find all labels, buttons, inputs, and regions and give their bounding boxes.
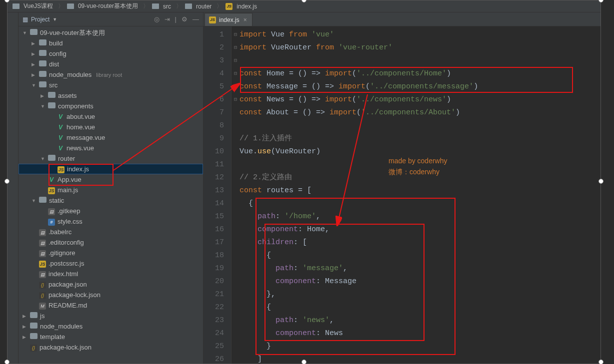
expand-arrow-icon[interactable] bbox=[32, 41, 36, 46]
line-number[interactable]: 18 bbox=[204, 249, 224, 262]
breadcrumb-item[interactable]: src bbox=[150, 3, 175, 10]
expand-arrow-icon[interactable] bbox=[22, 30, 28, 35]
code-line[interactable] bbox=[240, 119, 600, 132]
tree-item[interactable]: node_modules bbox=[18, 321, 203, 332]
selection-handle[interactable] bbox=[598, 0, 604, 2]
breadcrumb-item[interactable]: 09-vue-router基本使用 bbox=[65, 2, 142, 10]
tree-item[interactable]: Vnews.vue bbox=[18, 143, 203, 153]
code-line[interactable]: import Vue from 'vue' bbox=[240, 28, 600, 41]
line-number[interactable]: 12 bbox=[204, 171, 224, 184]
code-line[interactable] bbox=[240, 54, 600, 67]
expand-arrow-icon[interactable] bbox=[22, 335, 28, 340]
line-number[interactable]: 7 bbox=[204, 106, 224, 119]
line-number[interactable]: 5 bbox=[204, 80, 224, 93]
tree-item[interactable]: build bbox=[18, 38, 203, 48]
line-number[interactable]: 8 bbox=[204, 119, 224, 132]
project-view-icon[interactable]: ▦ bbox=[22, 16, 28, 23]
tree-item[interactable]: {}package-lock.json bbox=[18, 290, 203, 300]
tree-item[interactable]: ▤.editorconfig bbox=[18, 237, 203, 248]
tree-item[interactable]: ▤index.html bbox=[18, 269, 203, 279]
fold-marker[interactable]: ⊟ bbox=[232, 41, 240, 54]
line-number[interactable]: 15 bbox=[204, 210, 224, 223]
fold-marker[interactable]: ⊟ bbox=[232, 54, 240, 67]
code-line[interactable]: path: '/home', bbox=[240, 210, 600, 223]
selection-handle[interactable] bbox=[4, 179, 10, 184]
tree-item[interactable]: VApp.vue bbox=[18, 174, 203, 185]
expand-arrow-icon[interactable] bbox=[40, 104, 46, 109]
tree-item[interactable]: MREADME.md bbox=[18, 300, 203, 311]
fold-column[interactable]: ⊟⊟⊟⊟⊟⊟ bbox=[232, 26, 240, 364]
tree-item[interactable]: router bbox=[18, 153, 203, 164]
breadcrumb-item[interactable]: VueJS课程 bbox=[10, 2, 57, 10]
tree-item[interactable]: 09-vue-router基本使用 bbox=[18, 27, 203, 38]
line-number[interactable]: 24 bbox=[204, 327, 224, 340]
tree-item[interactable]: Vhome.vue bbox=[18, 122, 203, 132]
editor-tab[interactable]: JS index.js × bbox=[204, 13, 252, 26]
tree-item[interactable]: static bbox=[18, 195, 203, 206]
tree-item[interactable]: ▤.gitignore bbox=[18, 248, 203, 258]
code-line[interactable]: const News = () => import('../components… bbox=[240, 93, 600, 106]
line-number[interactable]: 17 bbox=[204, 236, 224, 249]
code-line[interactable]: { bbox=[240, 249, 600, 262]
code-editor[interactable]: 1234567891011121314151617181920212223242… bbox=[204, 26, 600, 364]
tree-item[interactable]: config bbox=[18, 48, 203, 59]
selection-handle[interactable] bbox=[598, 179, 604, 184]
code-line[interactable]: { bbox=[240, 197, 600, 210]
code-line[interactable]: { bbox=[240, 301, 600, 314]
code-line[interactable]: } bbox=[240, 340, 600, 353]
line-number[interactable]: 23 bbox=[204, 314, 224, 327]
code-line[interactable]: component: Message bbox=[240, 275, 600, 288]
code-line[interactable]: const About = () => import('../component… bbox=[240, 106, 600, 119]
selection-handle[interactable] bbox=[598, 360, 604, 364]
expand-arrow-icon[interactable] bbox=[22, 314, 28, 319]
project-tree[interactable]: 09-vue-router基本使用buildconfigdistnode_mod… bbox=[18, 26, 203, 364]
tree-item[interactable]: JS.postcssrc.js bbox=[18, 258, 203, 269]
line-number[interactable]: 1 bbox=[204, 28, 224, 41]
editor-tab-bar[interactable]: JS index.js × bbox=[204, 12, 600, 26]
hide-icon[interactable]: — bbox=[192, 15, 199, 23]
expand-arrow-icon[interactable] bbox=[32, 72, 36, 77]
line-number[interactable]: 11 bbox=[204, 158, 224, 171]
tree-item[interactable]: src bbox=[18, 80, 203, 90]
code-line[interactable]: import VueRouter from 'vue-router' bbox=[240, 41, 600, 54]
line-number[interactable]: 19 bbox=[204, 262, 224, 275]
line-number[interactable]: 13 bbox=[204, 184, 224, 197]
target-icon[interactable]: ◎ bbox=[154, 15, 160, 23]
line-number[interactable]: 20 bbox=[204, 275, 224, 288]
line-number[interactable]: 9 bbox=[204, 132, 224, 145]
line-number[interactable]: 10 bbox=[204, 145, 224, 158]
tree-item[interactable]: JSindex.js bbox=[18, 164, 203, 174]
line-number[interactable]: 6 bbox=[204, 93, 224, 106]
tree-item[interactable]: dist bbox=[18, 59, 203, 69]
line-number[interactable]: 22 bbox=[204, 301, 224, 314]
tree-item[interactable]: Vabout.vue bbox=[18, 111, 203, 122]
close-icon[interactable]: × bbox=[242, 16, 248, 23]
selection-handle[interactable] bbox=[4, 360, 10, 364]
code-line[interactable]: // 1.注入插件 bbox=[240, 132, 600, 145]
selection-handle[interactable] bbox=[302, 360, 306, 364]
line-number[interactable]: 3 bbox=[204, 54, 224, 67]
code-line[interactable]: const Message = () => import('../compone… bbox=[240, 80, 600, 93]
tree-item[interactable]: {}package-lock.json bbox=[18, 342, 203, 353]
expand-arrow-icon[interactable] bbox=[32, 83, 36, 88]
left-tool-rail[interactable] bbox=[8, 12, 18, 364]
dropdown-icon[interactable]: ▼ bbox=[52, 17, 57, 22]
code-line[interactable]: component: News bbox=[240, 327, 600, 340]
code-line[interactable]: path: 'message', bbox=[240, 262, 600, 275]
code-content[interactable]: import Vue from 'vue'import VueRouter fr… bbox=[240, 26, 600, 364]
line-number[interactable]: 25 bbox=[204, 340, 224, 353]
line-number[interactable]: 14 bbox=[204, 197, 224, 210]
expand-arrow-icon[interactable] bbox=[32, 198, 36, 203]
line-number-gutter[interactable]: 1234567891011121314151617181920212223242… bbox=[204, 26, 232, 364]
fold-marker[interactable]: ⊟ bbox=[232, 93, 240, 106]
code-line[interactable]: path: 'news', bbox=[240, 314, 600, 327]
collapse-icon[interactable]: ⇥ bbox=[164, 15, 170, 23]
fold-marker[interactable]: ⊟ bbox=[232, 80, 240, 93]
fold-marker[interactable]: ⊟ bbox=[232, 67, 240, 80]
expand-arrow-icon[interactable] bbox=[22, 324, 28, 329]
code-line[interactable]: ] bbox=[240, 353, 600, 364]
line-number[interactable]: 16 bbox=[204, 223, 224, 236]
expand-arrow-icon[interactable] bbox=[32, 51, 36, 56]
tree-item[interactable]: assets bbox=[18, 90, 203, 101]
line-number[interactable]: 21 bbox=[204, 288, 224, 301]
